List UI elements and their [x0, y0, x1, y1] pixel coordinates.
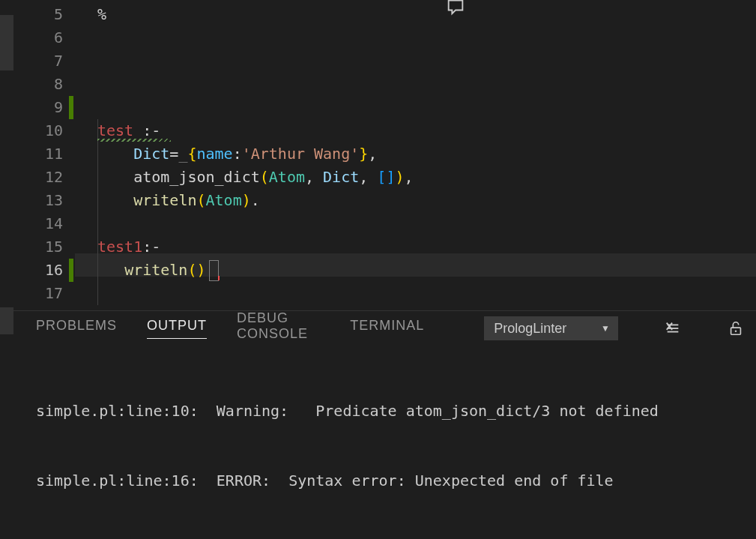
code-line[interactable]: Dict=_{name:'Arthur Wang'}, [97, 142, 756, 166]
diff-added-marker [69, 96, 73, 119]
token-paren: ( [187, 261, 196, 279]
token-paren: ) [242, 191, 251, 209]
token-sep: , [305, 168, 323, 186]
lock-open-icon[interactable] [728, 320, 744, 337]
code-content[interactable]: % test :- Dict=_{name:'Arthur Wang'}, at… [75, 0, 756, 310]
code-line[interactable]: % [97, 3, 756, 26]
token-var: Atom [269, 168, 305, 186]
line-number[interactable]: 16 [13, 259, 63, 282]
editor[interactable]: 5 6 7 8 9 10 11 12 13 14 15 16 17 [0, 0, 756, 310]
token-call: atom_json_dict [133, 168, 260, 186]
tab-problems[interactable]: PROBLEMS [36, 318, 117, 339]
line-number[interactable]: 7 [13, 49, 63, 73]
panel-tab-bar: PROBLEMS OUTPUT DEBUG CONSOLE TERMINAL P… [0, 311, 756, 346]
line-number[interactable]: 12 [13, 166, 63, 189]
token-op: : [233, 145, 242, 163]
token-brace: { [187, 145, 196, 163]
error-marker [218, 276, 220, 280]
token-call: writeln [124, 261, 187, 279]
overview-ruler [0, 0, 13, 310]
token-underscore: _ [178, 145, 187, 163]
token-comment: % [97, 5, 106, 23]
token-paren: ( [260, 168, 269, 186]
line-number[interactable]: 9 [13, 96, 63, 119]
token-op: :- [142, 238, 160, 256]
line-number[interactable]: 10 [13, 119, 63, 142]
line-number[interactable]: 8 [13, 73, 63, 96]
token-dot: . [251, 191, 260, 209]
minimap-decoration [0, 307, 13, 334]
line-number[interactable]: 15 [13, 235, 63, 259]
token-paren: ) [196, 261, 205, 279]
token-string: 'Arthur Wang' [242, 145, 360, 163]
output-content[interactable]: simple.pl:line:10: Warning: Predicate at… [0, 346, 756, 539]
code-line[interactable]: atom_json_dict(Atom, Dict, []), [97, 166, 756, 189]
output-channel-value: PrologLinter [494, 321, 566, 337]
code-line[interactable]: writeln() [97, 259, 756, 282]
code-line[interactable]: test :- [97, 119, 756, 142]
token-op: = [169, 145, 178, 163]
tab-terminal[interactable]: TERMINAL [350, 318, 424, 339]
token-op: :- [133, 121, 160, 139]
minimap-decoration [0, 15, 13, 70]
tab-output[interactable]: OUTPUT [147, 318, 207, 339]
token-bracket: ] [386, 168, 395, 186]
line-number[interactable]: 13 [13, 189, 63, 212]
line-number[interactable]: 11 [13, 142, 63, 166]
svg-point-6 [736, 331, 737, 331]
line-number[interactable]: 6 [13, 26, 63, 49]
tab-debug-console[interactable]: DEBUG CONSOLE [237, 310, 320, 347]
line-number[interactable]: 14 [13, 212, 63, 235]
token-sep: , [359, 168, 377, 186]
token-paren: ) [395, 168, 404, 186]
token-comma: , [404, 168, 413, 186]
token-bracket: [ [377, 168, 386, 186]
token-var: Dict [133, 145, 169, 163]
token-comma: , [368, 145, 377, 163]
line-number[interactable]: 5 [13, 3, 63, 26]
chevron-down-icon: ▼ [601, 323, 610, 334]
token-brace: } [359, 145, 368, 163]
token-predicate: test1 [97, 238, 142, 256]
token-key: name [196, 145, 232, 163]
code-line[interactable]: writeln(Atom). [97, 189, 756, 212]
token-paren: ( [196, 191, 205, 209]
bottom-panel[interactable]: PROBLEMS OUTPUT DEBUG CONSOLE TERMINAL P… [0, 310, 756, 539]
clear-output-icon[interactable] [665, 320, 681, 337]
line-number[interactable]: 17 [13, 282, 63, 305]
token-var: Atom [206, 191, 242, 209]
app-root: 5 6 7 8 9 10 11 12 13 14 15 16 17 [0, 0, 756, 539]
token-call: writeln [133, 191, 196, 209]
code-line[interactable]: test1:- [97, 235, 756, 259]
token-var: Dict [323, 168, 359, 186]
output-line: simple.pl:line:16: ERROR: Syntax error: … [36, 469, 756, 493]
output-line: simple.pl:line:10: Warning: Predicate at… [36, 400, 756, 423]
diff-added-marker [69, 259, 73, 282]
output-channel-select[interactable]: PrologLinter ▼ [484, 316, 618, 340]
line-number-gutter[interactable]: 5 6 7 8 9 10 11 12 13 14 15 16 17 [13, 0, 75, 310]
warning-squiggle [97, 139, 171, 142]
token-predicate: test [97, 121, 133, 139]
